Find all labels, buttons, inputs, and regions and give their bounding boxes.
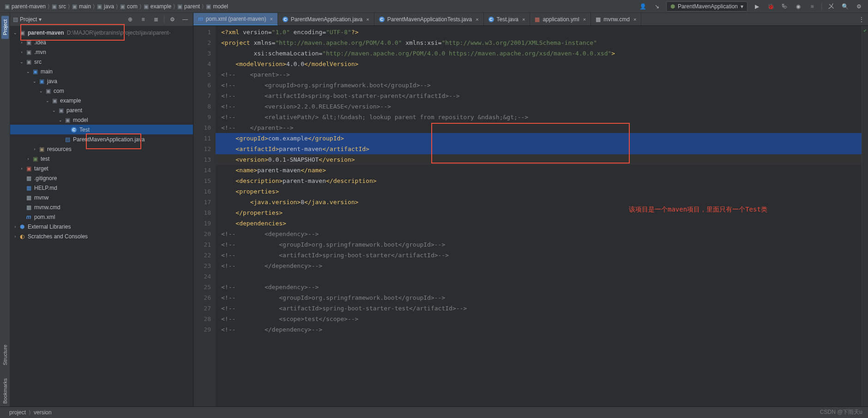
- close-icon[interactable]: ×: [583, 17, 586, 22]
- code-line[interactable]: <!-- <relativePath/> &lt;!&ndash; lookup…: [216, 112, 862, 122]
- code-line[interactable]: <artifactId>parent-maven</artifactId>: [216, 144, 862, 154]
- breadcrumb-item[interactable]: ▣ example: [144, 3, 171, 10]
- translate-icon[interactable]: 㐅: [826, 2, 836, 11]
- code-line[interactable]: <!-- </parent>-->: [216, 122, 862, 133]
- highlight-box-test: [86, 133, 141, 149]
- breadcrumb-item[interactable]: ▣ java: [97, 3, 114, 10]
- tree-node[interactable]: ▦.gitignore: [10, 173, 193, 183]
- breadcrumb-item[interactable]: ▣ parent-maven: [5, 3, 46, 10]
- editor-tab[interactable]: ▦mvnw.cmd×: [591, 13, 641, 25]
- run-config-label: ParentMavenApplication: [678, 3, 738, 10]
- code-line[interactable]: <!-- <artifactId>spring-boot-starter-tes…: [216, 303, 862, 314]
- tree-node[interactable]: ▦HELP.md: [10, 183, 193, 193]
- settings-icon[interactable]: ⚙: [167, 14, 177, 24]
- select-opened-icon[interactable]: ⊕: [125, 14, 135, 24]
- tree-node[interactable]: CTest: [10, 125, 193, 134]
- tree-node[interactable]: ▦mvnw: [10, 193, 193, 202]
- tree-node[interactable]: ⌄▣java: [10, 76, 193, 86]
- gear-icon[interactable]: ⚙: [854, 2, 863, 11]
- line-number: 7: [193, 91, 216, 101]
- hide-icon[interactable]: —: [180, 14, 190, 24]
- code-line[interactable]: <!-- <dependency>-->: [216, 282, 862, 292]
- code-line[interactable]: <dependencies>: [216, 218, 862, 229]
- close-icon[interactable]: ×: [366, 17, 369, 22]
- profiler-icon[interactable]: ◉: [794, 2, 803, 11]
- project-tool-tab[interactable]: Project: [1, 16, 9, 39]
- line-number: 24: [193, 271, 216, 282]
- code-line[interactable]: <!-- </dependency>-->: [216, 324, 862, 335]
- close-icon[interactable]: ×: [270, 16, 272, 22]
- tree-node[interactable]: ›◐Scratches and Consoles: [10, 231, 193, 241]
- code-line[interactable]: <!-- <dependency>-->: [216, 229, 862, 239]
- code-line[interactable]: <properties>: [216, 186, 862, 197]
- editor-tab[interactable]: mpom.xml (parent-maven)×: [193, 13, 278, 25]
- breadcrumb-item[interactable]: ▣ model: [206, 3, 228, 10]
- tree-node[interactable]: ▦mvnw.cmd: [10, 202, 193, 212]
- bookmarks-tool-tab[interactable]: Bookmarks: [2, 376, 8, 406]
- debug-icon[interactable]: 🐞: [766, 2, 775, 11]
- breadcrumb-item[interactable]: ▣ com: [120, 3, 138, 10]
- stop-icon[interactable]: ■: [808, 2, 817, 11]
- tree-node[interactable]: ›▣test: [10, 154, 193, 164]
- swap-icon[interactable]: ↘: [652, 2, 662, 11]
- tree-node[interactable]: ›⬢External Libraries: [10, 222, 193, 231]
- coverage-icon[interactable]: ⮱: [780, 2, 789, 11]
- editor-tab[interactable]: CTest.java×: [484, 13, 530, 25]
- code-line[interactable]: <name>parent-maven</name>: [216, 165, 862, 176]
- code-line[interactable]: [216, 271, 862, 282]
- run-config-selector[interactable]: ⬢ ParentMavenApplication ▾: [666, 1, 747, 12]
- left-tool-gutter: Project Structure Bookmarks: [0, 13, 10, 406]
- code-content[interactable]: <?xml version="1.0" encoding="UTF-8"?><p…: [216, 26, 862, 406]
- breadcrumbs: ▣ parent-maven⟩▣ src⟩▣ main⟩▣ java⟩▣ com…: [5, 3, 639, 10]
- search-icon[interactable]: 🔍: [840, 2, 850, 11]
- editor-tab[interactable]: ▦application.yml×: [530, 13, 591, 25]
- breadcrumb-item[interactable]: ▣ src: [52, 3, 66, 10]
- editor-tab[interactable]: CParentMavenApplicationTests.java×: [374, 13, 484, 25]
- code-line[interactable]: <version>0.0.1-SNAPSHOT</version>: [216, 154, 862, 165]
- code-line[interactable]: <!-- <groupId>org.springframework.boot</…: [216, 292, 862, 303]
- line-number: 8: [193, 101, 216, 112]
- code-line[interactable]: <!-- </dependency>-->: [216, 260, 862, 271]
- tree-node[interactable]: ⌄▣main: [10, 67, 193, 76]
- editor-tab[interactable]: CParentMavenApplication.java×: [278, 13, 374, 25]
- collapse-icon[interactable]: ≣: [151, 14, 161, 24]
- run-icon[interactable]: ▶: [752, 2, 761, 11]
- tree-node[interactable]: ⌄▣example: [10, 96, 193, 105]
- code-line[interactable]: <!-- <scope>test</scope>-->: [216, 314, 862, 324]
- tree-node[interactable]: ⌄▣src: [10, 57, 193, 67]
- tree-node[interactable]: ›▣.mvn: [10, 47, 193, 57]
- code-line[interactable]: <description>parent-maven</description>: [216, 176, 862, 186]
- code-line[interactable]: <!-- <groupId>org.springframework.boot</…: [216, 80, 862, 91]
- code-line[interactable]: <groupId>com.example</groupId>: [216, 133, 862, 144]
- more-tabs-icon[interactable]: ⋮: [859, 16, 864, 23]
- tree-node[interactable]: ›▣target: [10, 164, 193, 173]
- code-line[interactable]: <project xmlns="http://maven.apache.org/…: [216, 37, 862, 48]
- top-actions: 👤 ↘ ⬢ ParentMavenApplication ▾ ▶ 🐞 ⮱ ◉ ■…: [639, 1, 863, 12]
- tree-node[interactable]: ⌄▣model: [10, 115, 193, 125]
- chevron-down-icon: ▾: [741, 3, 743, 10]
- expand-icon[interactable]: ≡: [138, 14, 148, 24]
- close-icon[interactable]: ×: [476, 17, 478, 22]
- user-icon[interactable]: 👤: [639, 2, 648, 11]
- code-line[interactable]: <!-- <groupId>org.springframework.boot</…: [216, 239, 862, 250]
- crumb-item[interactable]: project: [9, 409, 26, 416]
- breadcrumb-item[interactable]: ▣ main: [72, 3, 91, 10]
- code-line[interactable]: <!-- <parent>-->: [216, 69, 862, 80]
- line-number: 11: [193, 133, 216, 144]
- line-gutter: 1234567891011121314151617181920212223242…: [193, 26, 216, 406]
- tree-node[interactable]: mpom.xml: [10, 212, 193, 222]
- crumb-item[interactable]: version: [34, 409, 52, 416]
- structure-tool-tab[interactable]: Structure: [2, 342, 8, 368]
- tree-node[interactable]: ⌄▣com: [10, 86, 193, 96]
- breadcrumb-item[interactable]: ▣ parent: [177, 3, 200, 10]
- code-line[interactable]: <!-- <artifactId>spring-boot-starter</ar…: [216, 250, 862, 260]
- close-icon[interactable]: ×: [522, 17, 525, 22]
- close-icon[interactable]: ×: [633, 17, 636, 22]
- code-line[interactable]: xsi:schemaLocation="http://maven.apache.…: [216, 48, 862, 59]
- code-line[interactable]: <?xml version="1.0" encoding="UTF-8"?>: [216, 27, 862, 37]
- code-editor[interactable]: 1234567891011121314151617181920212223242…: [193, 26, 868, 406]
- code-line[interactable]: <!-- <version>2.2.0.RELEASE</version>-->: [216, 101, 862, 112]
- code-line[interactable]: <modelVersion>4.0.0</modelVersion>: [216, 59, 862, 69]
- code-line[interactable]: <!-- <artifactId>spring-boot-starter-par…: [216, 91, 862, 101]
- tree-node[interactable]: ⌄▣parent: [10, 105, 193, 115]
